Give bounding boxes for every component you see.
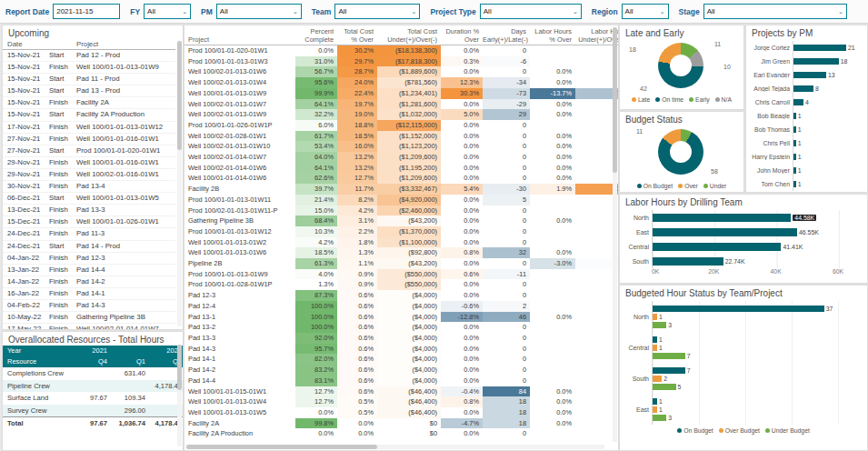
bar[interactable] [653, 398, 657, 405]
upcoming-row[interactable]: 17-May-22FinishWell 100/02-01-014-01W7 [3, 324, 175, 330]
bar-row[interactable]: South22.74K [620, 254, 867, 268]
dropdown-team[interactable]: All⌄ [334, 4, 420, 19]
table-row[interactable]: Well 100/02-01-013-01W1053.4%16.0%($1,12… [185, 141, 618, 152]
bar[interactable] [793, 85, 813, 92]
upcoming-row[interactable]: 30-Nov-21FinishPad 13-4 [3, 181, 175, 193]
legend-item[interactable]: Over [678, 183, 698, 189]
table-row[interactable]: Well 100/02-01-028-01W161.7%18.5%($1,152… [185, 131, 618, 142]
table-row[interactable]: Well 100/01-01-013-01W24.2%1.8%($1,100,0… [185, 237, 618, 248]
project-table-vscrollbar[interactable] [613, 27, 617, 442]
upcoming-row[interactable]: 04-Feb-22FinishPad 14-3 [3, 300, 175, 312]
bar-row[interactable]: Bob Beagle1 [746, 109, 865, 123]
upcoming-row[interactable]: 15-Nov-21StartPad 11 - Prod [3, 74, 175, 85]
bar[interactable] [653, 314, 657, 320]
table-row[interactable]: Prod 100/01-01-028-01W1P1.3%0.9%($550,00… [185, 279, 618, 290]
upcoming-scrollbar[interactable] [177, 41, 182, 326]
table-row[interactable]: Pipeline Crew4,178.46 [3, 380, 183, 393]
table-row[interactable]: Well 100/01-01-014-01W662.6%12.7%($1,209… [185, 173, 618, 184]
dropdown-fy[interactable]: All⌄ [144, 4, 191, 19]
bar-row[interactable]: Angel Tejada8 [746, 82, 865, 95]
column-header[interactable]: Total Cost % Over [337, 27, 377, 44]
table-row[interactable]: Survey Crew296.00 [3, 405, 183, 417]
legend-item[interactable]: On time [655, 96, 683, 103]
table-row[interactable]: Well 100/02-01-014-01W764.0%13.2%($1,209… [185, 152, 618, 163]
bar[interactable] [793, 72, 826, 78]
upcoming-row[interactable]: 27-Nov-21FinishWell 100/01-01-016-01W1 [3, 134, 175, 145]
table-row[interactable]: Prod 100/01-01-013-01W331.0%29.7%($17,81… [185, 56, 618, 67]
table-row[interactable]: Prod 100/01-01-013-01W1210.3%2.2%($1,370… [185, 226, 618, 237]
table-row[interactable]: Well 100/01-01-015-01W112.7%0.6%($46,400… [185, 386, 618, 397]
table-row[interactable]: Pad 14-395.7%0.6%($4,000)0.0%0 [185, 344, 618, 355]
bar[interactable] [793, 181, 796, 187]
bar[interactable] [653, 214, 791, 222]
dropdown-pm[interactable]: All⌄ [216, 4, 302, 19]
table-row[interactable]: Gathering Pipeline 3B68.4%3.1%($43,200)0… [185, 215, 618, 226]
column-header[interactable]: Project [188, 35, 295, 44]
bar-row[interactable]: Earl Evander13 [746, 68, 865, 82]
column-header[interactable]: Duration % Over [441, 27, 483, 44]
table-row[interactable]: Prod 100/01-01-013-01W94.0%0.9%($550,000… [185, 269, 618, 280]
table-row[interactable]: Pad 12-4100.0%0.6%($4,000)-0.6%2 [185, 301, 618, 312]
table-row[interactable]: Well 100/02-01-014-01W664.1%13.2%($1,195… [185, 163, 618, 174]
upcoming-row[interactable]: 06-Dec-21StartWell 100/01-01-013-01W5 [3, 193, 175, 205]
table-row[interactable]: Pad 13-1100.0%0.6%($4,000)-12.8%460.0%0 [185, 312, 618, 323]
column-header[interactable]: Percent Complete [295, 27, 337, 44]
bar-row[interactable]: East46.55K [620, 225, 867, 239]
bar-row[interactable]: Chris Pell1 [746, 136, 865, 150]
table-row[interactable]: Pad 13-392.0%0.6%($4,000)0.0%0 [185, 333, 618, 344]
column-header[interactable]: Labor Hours % Over [530, 27, 575, 44]
table-row[interactable]: Facility 2B39.7%11.7%($3,332,467)5.4%-30… [185, 184, 618, 195]
table-row[interactable]: Facility 2A99.8%0.0%$0-4.7%180.0%0 [185, 418, 618, 429]
bar[interactable] [653, 257, 723, 266]
legend-item[interactable]: N/A [715, 96, 732, 103]
upcoming-row[interactable]: 16-Jan-22FinishPad 14-1 [3, 288, 175, 300]
bar[interactable] [653, 367, 685, 374]
upcoming-row[interactable]: 17-Nov-21FinishWell 100/01-01-013-01W12 [3, 122, 175, 134]
table-row[interactable]: Pad 13-2100.0%0.6%($4,000)0.0%0 [185, 322, 618, 333]
upcoming-row[interactable]: 15-Nov-21FinishFacility 2A [3, 97, 175, 109]
upcoming-row[interactable]: 04-Jan-22FinishPad 12-3 [3, 253, 175, 265]
project-table-hscrollbar[interactable] [186, 445, 604, 449]
legend-item[interactable]: Late [632, 96, 650, 103]
table-row[interactable]: Well 100/02-01-013-01W764.1%19.7%($1,281… [185, 99, 618, 110]
upcoming-row[interactable]: 10-May-22FinishGathering Pipeline 3B [3, 312, 175, 324]
upcoming-row[interactable]: 29-Nov-21FinishWell 100/01-01-016-01W1 [3, 157, 175, 169]
bar-row[interactable]: Harry Epstein1 [746, 150, 865, 164]
table-row[interactable]: Pad 14-483.1%0.6%($4,000)0.0%0 [185, 376, 618, 386]
bar[interactable] [653, 336, 657, 343]
table-row[interactable]: Completions Crew631.40 [3, 367, 183, 380]
upcoming-col-type[interactable] [49, 40, 76, 48]
upcoming-row[interactable]: 15-Nov-21StartFacility 2A Production [3, 109, 175, 121]
bar-row[interactable]: Central41.41K [620, 239, 867, 254]
bar[interactable] [793, 126, 796, 133]
table-row[interactable]: Prod 100/01-01-013-01W1121.4%8.2%($4,920… [185, 195, 618, 205]
table-row[interactable]: Well 100/02-01-013-01W932.2%19.0%($1,032… [185, 109, 618, 120]
table-row[interactable]: Prod 100/02-01-013-01W11-P15.0%4.2%($2,4… [185, 205, 618, 216]
column-header[interactable]: Days Early(+)/Late(-) [483, 27, 530, 44]
scrollbar-thumb[interactable] [186, 445, 377, 449]
scrollbar-thumb[interactable] [613, 27, 617, 173]
table-row[interactable]: Surface Land97.67109.34 [3, 392, 183, 405]
bar[interactable] [653, 376, 662, 382]
table-row[interactable]: Prod 100/01-01-020-01W10.0%30.2%($18,138… [185, 45, 618, 56]
column-header[interactable]: Total Cost Under(+)/Over(-) [377, 27, 441, 44]
upcoming-col-project[interactable]: Project [76, 40, 175, 48]
table-row[interactable]: Pipeline 2B61.3%1.1%($43,200)0.0%0-3.0%4… [185, 258, 618, 269]
late-early-donut-ring[interactable] [658, 43, 703, 88]
upcoming-row[interactable]: 24-Dec-21FinishPad 11-3 [3, 228, 175, 240]
table-row[interactable]: Pad 14-283.2%0.6%($4,000)0.0%0 [185, 365, 618, 376]
bar-row[interactable]: Chris Carroll4 [746, 95, 865, 109]
upcoming-row[interactable]: 15-Dec-21FinishWell 100/01-01-026-01W1 [3, 216, 175, 228]
bar-row[interactable]: Jorge Cortez21 [746, 41, 865, 55]
bar-row[interactable]: Jim Green18 [746, 55, 865, 68]
table-row[interactable]: Pad 14-182.0%0.6%($4,000)0.0%0 [185, 354, 618, 365]
upcoming-row[interactable]: 15-Nov-21StartPad 13 - Prod [3, 85, 175, 97]
legend-item[interactable]: Under Budget [765, 427, 810, 434]
upcoming-row[interactable]: 24-Dec-21StartPad 14 - Prod [3, 241, 175, 253]
upcoming-row[interactable]: 13-Dec-21FinishPad 13-3 [3, 205, 175, 216]
bar[interactable] [653, 406, 657, 413]
dropdown-project-type[interactable]: All⌄ [480, 4, 582, 19]
bar[interactable] [793, 154, 796, 160]
table-row[interactable]: Prod 100/01-01-026-01W1P6.0%18.8%($12,11… [185, 120, 618, 131]
overallocated-scrollbar[interactable] [177, 345, 182, 446]
